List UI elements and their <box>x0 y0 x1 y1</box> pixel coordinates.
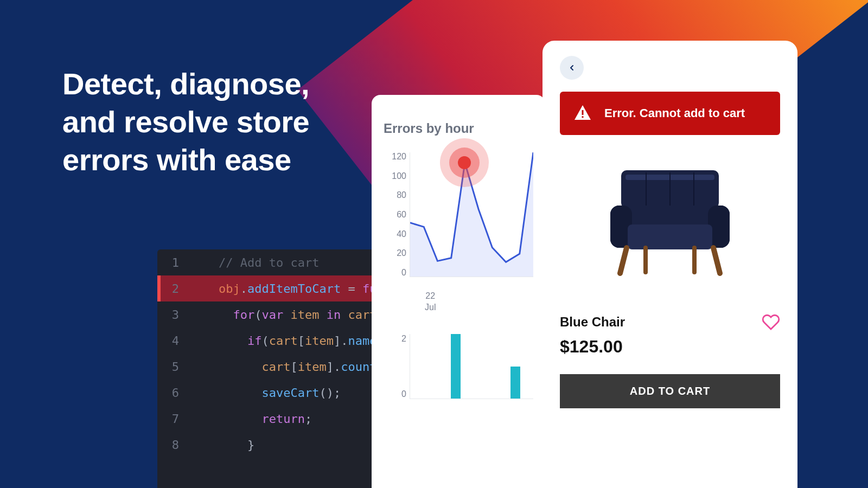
bar <box>510 367 520 399</box>
code-content: return; <box>190 412 312 426</box>
svg-rect-10 <box>628 224 712 249</box>
svg-rect-0 <box>582 110 584 115</box>
error-banner: Error. Cannot add to cart <box>560 92 780 135</box>
errors-chart-card: Errors by hour 120100806040200 22 Jul 20 <box>372 95 545 488</box>
y-tick: 120 <box>384 152 406 161</box>
bar-chart-y-axis: 20 <box>384 334 406 399</box>
add-to-cart-button[interactable]: ADD TO CART <box>560 374 780 408</box>
line-number: 8 <box>157 438 190 452</box>
y-tick: 60 <box>384 210 406 219</box>
error-text: Error. Cannot add to cart <box>604 106 745 120</box>
product-image <box>560 151 780 292</box>
chair-icon <box>594 159 746 284</box>
back-button[interactable] <box>560 56 584 80</box>
product-price: $125.00 <box>560 337 780 357</box>
line-chart: 120100806040200 22 Jul <box>384 152 533 288</box>
line-chart-y-axis: 120100806040200 <box>384 152 406 277</box>
y-tick: 0 <box>384 268 406 277</box>
y-tick: 40 <box>384 230 406 239</box>
line-number: 4 <box>157 334 190 348</box>
product-name: Blue Chair <box>560 314 625 330</box>
headline: Detect, diagnose, and resolve store erro… <box>62 65 309 179</box>
code-content: // Add to cart <box>190 256 319 269</box>
svg-rect-1 <box>582 116 584 118</box>
line-number: 3 <box>157 308 190 322</box>
y-tick: 20 <box>384 249 406 258</box>
line-number: 5 <box>157 360 190 374</box>
code-content: if(cart[item].name <box>190 334 376 348</box>
warning-icon <box>573 104 592 123</box>
y-tick: 0 <box>384 389 406 399</box>
line-number: 7 <box>157 412 190 426</box>
line-number: 2 <box>157 282 190 296</box>
code-content: obj.addItemToCart = fun <box>190 282 384 296</box>
y-tick: 80 <box>384 191 406 200</box>
bar <box>451 334 461 399</box>
product-card: Error. Cannot add to cart Blue Chair <box>542 41 797 488</box>
code-content: saveCart(); <box>190 386 341 400</box>
y-tick: 100 <box>384 172 406 181</box>
line-number: 1 <box>157 256 190 269</box>
y-tick: 2 <box>384 334 406 344</box>
line-number: 6 <box>157 386 190 400</box>
code-content: } <box>190 438 254 452</box>
chart-title: Errors by hour <box>384 121 533 136</box>
code-content: for(var item in cart) <box>190 308 384 322</box>
favorite-button[interactable] <box>762 313 780 331</box>
code-content: cart[item].count <box>190 360 376 374</box>
line-chart-x-tick: 22 Jul <box>425 291 436 313</box>
bar-chart: 20 <box>384 334 533 410</box>
chevron-left-icon <box>567 63 576 72</box>
